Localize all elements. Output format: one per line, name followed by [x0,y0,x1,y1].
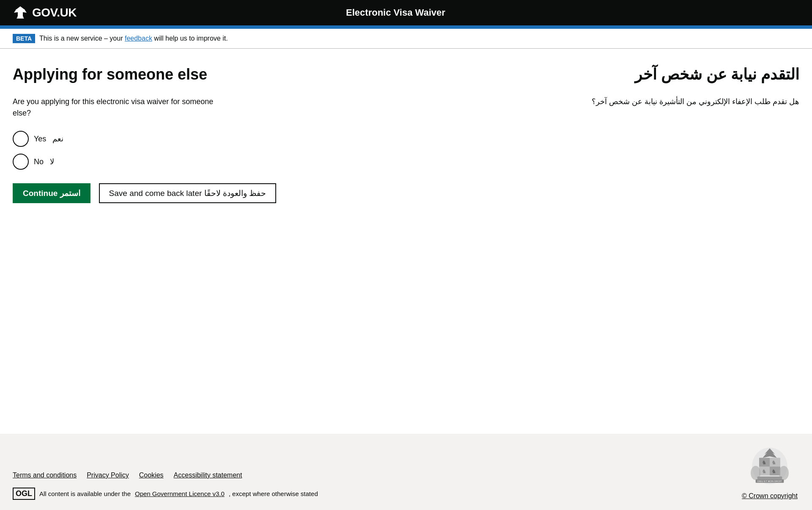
button-row: Continue استمر Save and come back later … [13,183,799,203]
continue-button[interactable]: Continue استمر [13,183,91,203]
radio-label-no: No لا [34,157,54,166]
heading-row: Applying for someone else التقدم نيابة ع… [13,66,799,83]
footer-left: Terms and conditions Privacy Policy Cook… [13,471,318,500]
svg-text:DIEU ET MON DROIT: DIEU ET MON DROIT [757,480,782,482]
footer-link-cookies[interactable]: Cookies [139,471,164,479]
site-header: GOV.UK Electronic Visa Waiver [0,0,812,25]
licence-text-before: All content is available under the [39,490,131,497]
footer-licence: OGL All content is available under the O… [13,488,318,500]
save-later-button[interactable]: Save and come back later حفظ والعودة لاح… [99,183,277,203]
footer-link-terms[interactable]: Terms and conditions [13,471,77,479]
footer-link-privacy[interactable]: Privacy Policy [87,471,129,479]
licence-text-after: , except where otherwise stated [229,490,318,497]
gov-uk-logo-text: GOV.UK [32,6,77,19]
beta-text-after: will help us to improve it. [152,35,228,42]
footer-inner: Terms and conditions Privacy Policy Cook… [13,447,799,500]
footer-link-accessibility[interactable]: Accessibility statement [174,471,242,479]
site-footer: Terms and conditions Privacy Policy Cook… [0,434,812,510]
crown-icon [13,5,28,20]
page-heading-english: Applying for someone else [13,66,207,83]
feedback-link[interactable]: feedback [125,35,152,42]
crown-copyright-link[interactable]: © Crown copyright [742,492,798,500]
footer-nav: Terms and conditions Privacy Policy Cook… [13,471,318,479]
main-content: Applying for someone else التقدم نيابة ع… [0,49,812,434]
beta-text-before: This is a new service – your [39,35,125,42]
ogl-logo: OGL [13,488,35,500]
footer-crown: ♞ ♞ ♞ ♞ DIEU ET MON DROIT © Crown copyri… [740,447,799,500]
svg-rect-15 [757,477,782,480]
svg-text:♞: ♞ [771,459,776,466]
svg-rect-1 [17,18,24,19]
radio-group: Yes نعم No لا [13,131,799,170]
question-english: Are you applying for this electronic vis… [13,96,224,119]
svg-text:♞: ♞ [771,468,776,474]
question-arabic: هل تقدم طلب الإعفاء الإلكتروني من التأشي… [592,96,799,108]
gov-uk-logo[interactable]: GOV.UK [13,5,77,20]
svg-text:♞: ♞ [762,459,767,466]
beta-text: This is a new service – your feedback wi… [39,35,228,42]
radio-input-no[interactable] [13,154,29,170]
progress-bar [0,25,812,29]
radio-label-yes: Yes نعم [34,134,63,143]
coat-of-arms-icon: ♞ ♞ ♞ ♞ DIEU ET MON DROIT [740,447,799,489]
radio-input-yes[interactable] [13,131,29,147]
svg-rect-0 [17,17,23,18]
page-header-title: Electronic Visa Waiver [346,7,445,18]
beta-banner: BETA This is a new service – your feedba… [0,29,812,49]
question-row: Are you applying for this electronic vis… [13,96,799,119]
radio-option-no[interactable]: No لا [13,154,799,170]
ogl-link[interactable]: Open Government Licence v3.0 [135,490,225,497]
page-heading-arabic: التقدم نيابة عن شخص آخر [635,66,799,83]
radio-option-yes[interactable]: Yes نعم [13,131,799,147]
beta-tag: BETA [13,34,35,43]
svg-text:♞: ♞ [762,468,767,474]
